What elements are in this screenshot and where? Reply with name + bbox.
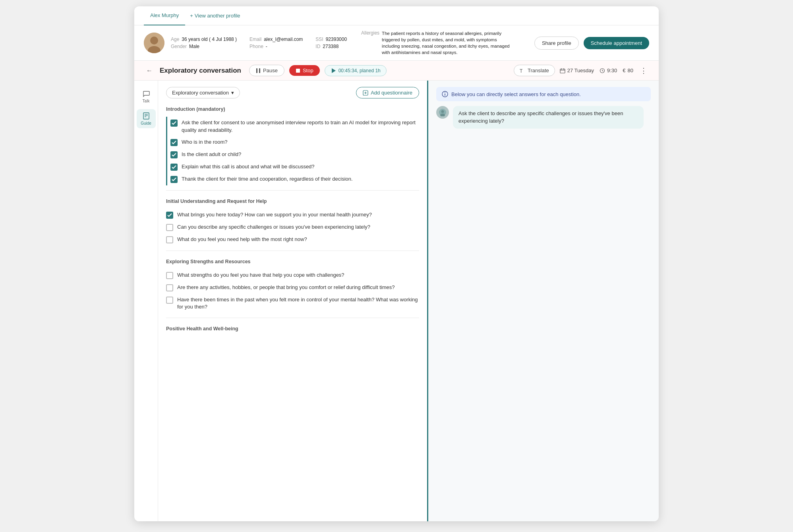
ai-avatar-icon [439, 108, 447, 116]
checkbox-0-3[interactable] [170, 164, 178, 171]
q-item: Explain what this call is about and what… [170, 161, 419, 173]
session-meta: 27 Tuesday 9:30 € 80 [560, 67, 633, 73]
q-item: Who is in the room? [170, 136, 419, 148]
section-title-intro: Introduction (mandatory) [166, 106, 419, 112]
svg-rect-8 [560, 69, 565, 73]
chat-panel: Below you can directly select answers fo… [428, 81, 659, 521]
allergy-section: Allergies The patient reports a history … [361, 30, 512, 56]
section-group-strengths: What strengths do you feel you have that… [166, 269, 419, 313]
stop-button[interactable]: Stop [289, 65, 320, 76]
date-meta: 27 Tuesday [560, 67, 594, 73]
q-item: Is the client adult or child? [170, 148, 419, 161]
top-tabs: Alex Murphy + View another profile [134, 6, 659, 25]
session-title: Exploratory conversation [160, 67, 241, 75]
info-icon [442, 91, 448, 97]
q-item: Can you describe any specific challenges… [166, 221, 419, 233]
q-item: Are there any activities, hobbies, or pe… [166, 281, 419, 294]
schedule-appointment-button[interactable]: Schedule appointment [584, 37, 649, 49]
patient-actions: Share profile Schedule appointment [534, 37, 649, 50]
svg-point-24 [445, 93, 445, 93]
checkbox-2-0[interactable] [166, 272, 173, 279]
section-title-positive: Positive Health and Well-being [166, 326, 419, 332]
email-row: Email alex_l@email.com [250, 37, 303, 42]
age-row: Age 36 years old ( 4 Jul 1988 ) [171, 37, 237, 42]
talk-icon [142, 90, 150, 98]
section-title-initial: Initial Understanding and Request for He… [166, 199, 419, 204]
clock-icon [600, 68, 605, 73]
add-questionnaire-icon [363, 90, 368, 96]
patient-header: Age 36 years old ( 4 Jul 1988 ) Gender M… [134, 25, 659, 61]
svg-text:T: T [520, 68, 523, 73]
view-another-profile-tab[interactable]: + View another profile [187, 13, 243, 19]
guide-sidebar-button[interactable]: Guide [137, 109, 156, 128]
time-meta: 9:30 [600, 67, 617, 73]
svg-point-26 [441, 110, 444, 113]
stop-icon [296, 68, 300, 73]
svg-marker-6 [332, 68, 336, 73]
checkbox-0-0[interactable] [170, 120, 178, 127]
checkbox-1-2[interactable] [166, 236, 173, 243]
check-icon [167, 213, 172, 217]
talk-sidebar-button[interactable]: Talk [137, 87, 156, 106]
add-questionnaire-button[interactable]: Add questionnaire [356, 87, 419, 98]
svg-rect-3 [256, 68, 257, 73]
avatar [144, 33, 164, 53]
svg-point-1 [150, 37, 158, 44]
chat-message-0: Ask the client to describe any specific … [436, 106, 651, 128]
play-icon [331, 68, 336, 73]
q-item: Have there been times in the past when y… [166, 294, 419, 313]
svg-rect-15 [143, 113, 149, 119]
share-profile-button[interactable]: Share profile [534, 37, 579, 50]
section-group-intro: Ask the client for consent to use anonym… [166, 117, 419, 185]
svg-line-14 [602, 71, 603, 71]
q-item: What do you feel you need help with the … [166, 233, 419, 246]
translate-button[interactable]: T Translate [514, 65, 555, 76]
q-item: Thank the client for their time and coop… [170, 173, 419, 185]
check-icon [172, 153, 176, 157]
check-icon [172, 177, 176, 181]
questionnaire-dropdown[interactable]: Exploratory conversation ▾ [166, 87, 240, 98]
side-icons: Talk Guide [134, 81, 158, 521]
checkbox-1-1[interactable] [166, 224, 173, 231]
checkbox-0-2[interactable] [170, 151, 178, 158]
main-content: Talk Guide Exploratory conversation ▾ [134, 81, 659, 521]
phone-row: Phone - [250, 44, 303, 49]
back-button[interactable]: ← [144, 65, 155, 76]
section-title-strengths: Exploring Strengths and Resources [166, 259, 419, 264]
check-icon [172, 165, 176, 169]
questionnaire-header: Exploratory conversation ▾ Add questionn… [166, 87, 419, 98]
cost-meta: € 80 [623, 67, 633, 73]
session-right: T Translate 27 Tuesday [514, 65, 649, 76]
q-item: What brings you here today? How can we s… [166, 209, 419, 221]
checkbox-0-1[interactable] [170, 139, 178, 146]
svg-rect-5 [296, 69, 300, 73]
timer-badge: 00:45:34, planed 1h [325, 65, 387, 76]
checkbox-0-4[interactable] [170, 176, 178, 183]
pause-icon [256, 68, 261, 73]
checkbox-2-1[interactable] [166, 284, 173, 291]
questionnaire-panel: Exploratory conversation ▾ Add questionn… [158, 81, 428, 521]
q-item: What strengths do you feel you have that… [166, 269, 419, 281]
guide-icon [142, 112, 150, 120]
chat-bubble: Ask the client to describe any specific … [453, 106, 644, 128]
ssi-row: SSI 92393000 [315, 37, 347, 42]
section-group-initial: What brings you here today? How can we s… [166, 209, 419, 246]
id-row: ID 273388 [315, 44, 347, 49]
check-icon [172, 141, 176, 145]
gender-row: Gender Male [171, 44, 237, 49]
pause-button[interactable]: Pause [249, 65, 284, 76]
info-banner: Below you can directly select answers fo… [436, 87, 651, 101]
svg-rect-4 [259, 68, 260, 73]
chat-avatar [436, 106, 449, 119]
checkbox-2-2[interactable] [166, 297, 173, 304]
calendar-icon [560, 68, 565, 73]
checkbox-1-0[interactable] [166, 212, 173, 219]
more-options-button[interactable]: ⋮ [638, 65, 649, 76]
session-bar: ← Exploratory conversation Pause Stop 00… [134, 61, 659, 81]
tab-alex-murphy[interactable]: Alex Murphy [144, 6, 185, 25]
q-item: Ask the client for consent to use anonym… [170, 117, 419, 136]
check-icon [172, 121, 176, 125]
translate-icon: T [520, 68, 525, 73]
